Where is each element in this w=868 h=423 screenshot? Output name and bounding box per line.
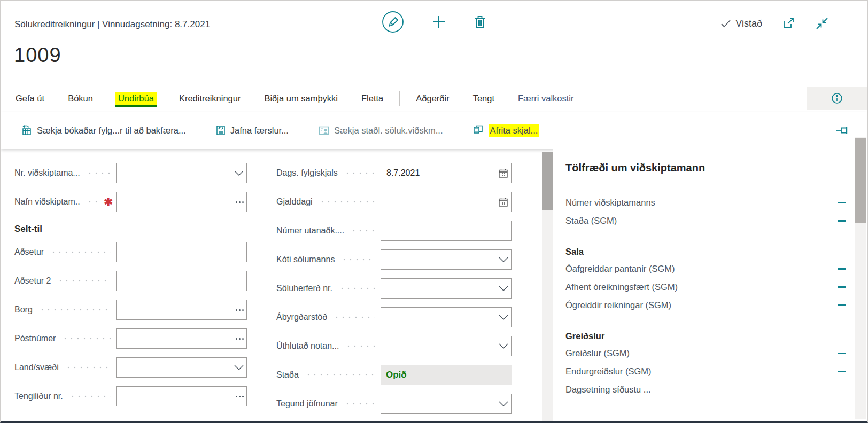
command-label: Jafna færslur... (230, 126, 289, 136)
factbox-item-status-sgm: Staða (SGM) (565, 212, 846, 230)
field-post-code: Póstnúmer (14, 328, 247, 349)
due-date-calendar-button[interactable] (498, 192, 508, 212)
tab-fletta[interactable]: Fletta (360, 92, 384, 105)
salesperson-code-input[interactable] (381, 249, 511, 270)
factbox-title: Tölfræði um viðskiptamann (565, 162, 846, 174)
field-label: Kóti sölumanns (276, 255, 335, 264)
address-input[interactable] (116, 242, 247, 262)
chevron-down-icon (499, 315, 508, 320)
field-label: Nafn viðskiptam.. (14, 197, 80, 207)
dotted-leader (57, 280, 111, 282)
dotted-leader (50, 251, 111, 253)
field-responsibility-center: Ábyrgðarstöð (276, 307, 511, 327)
pencil-icon (382, 11, 404, 33)
field-label: Tegund jöfnunar (276, 399, 338, 409)
field-country-region: Land/svæði (14, 357, 247, 378)
dotted-leader (345, 345, 375, 347)
applies-to-doc-type-input[interactable] (381, 394, 511, 414)
responsibility-center-input[interactable] (381, 307, 511, 327)
status-readonly-field: Opið (381, 365, 511, 385)
form-scrollbar-thumb[interactable] (542, 152, 553, 210)
campaign-no-dropdown-button[interactable] (499, 278, 508, 299)
field-due-date: Gjalddagi (276, 192, 511, 212)
dotted-leader (344, 403, 375, 405)
chevron-down-icon (499, 343, 508, 349)
empty-value-dash (838, 286, 846, 288)
post-code-input[interactable] (116, 328, 247, 349)
form-column-middle: Dags. fylgiskjals (276, 163, 511, 421)
factbox-item-last-payment-date: Dagsetning síðustu ... (565, 380, 846, 398)
field-label: Staða (276, 370, 299, 380)
field-label: Aðsetur (14, 247, 44, 257)
field-label: Dags. fylgiskjals (276, 168, 338, 178)
page-title: 1009 (14, 44, 61, 67)
top-bar: Sölukreditreikningur | Vinnudagsetning: … (1, 1, 867, 38)
applies-to-doc-type-dropdown-button[interactable] (499, 394, 508, 414)
field-label: Póstnúmer (14, 334, 56, 343)
info-icon (831, 92, 843, 104)
minimize-page-button[interactable] (816, 17, 828, 30)
dotted-leader (319, 201, 375, 203)
customer-no-dropdown-button[interactable] (234, 163, 244, 183)
command-get-std-customer-sales-codes[interactable]: Sækja staðl. söluk.viðskm... (319, 126, 443, 136)
page-scrollbar[interactable] (855, 137, 866, 419)
command-copy-document[interactable]: Afrita skjal... (473, 124, 540, 137)
tab-bidja-um-samthykki[interactable]: Biðja um samþykki (263, 92, 339, 105)
customer-name-assist-button[interactable] (236, 192, 244, 212)
responsibility-center-dropdown-button[interactable] (499, 307, 508, 327)
salesperson-code-dropdown-button[interactable] (499, 249, 508, 270)
command-label: Afrita skjal... (489, 124, 540, 137)
check-icon (720, 19, 731, 28)
tab-adgerdir[interactable]: Aðgerðir (415, 92, 450, 105)
tab-undirbua[interactable]: Undirbúa (115, 92, 157, 105)
document-date-input[interactable] (381, 163, 511, 183)
tab-gefa-ut[interactable]: Gefa út (14, 92, 45, 105)
tab-bokun[interactable]: Bókun (67, 92, 94, 105)
command-reverse-posted-entries[interactable]: Sækja bókaðar fylg...r til að bakfæra... (21, 125, 186, 136)
customer-no-input[interactable] (116, 163, 247, 183)
customer-name-input[interactable] (116, 192, 247, 212)
empty-value-dash (838, 268, 846, 270)
field-address: Aðsetur (14, 242, 247, 262)
pin-command-bar-button[interactable] (836, 125, 852, 136)
required-asterisk: ✱ (104, 197, 113, 207)
page-scrollbar-thumb[interactable] (855, 138, 866, 223)
dotted-leader (39, 309, 111, 311)
address-2-input[interactable] (116, 271, 247, 291)
city-assist-button[interactable] (236, 300, 244, 320)
edit-button[interactable] (382, 11, 404, 33)
open-in-new-window-button[interactable] (782, 18, 795, 29)
contact-no-input[interactable] (116, 386, 247, 406)
due-date-input[interactable] (381, 192, 511, 212)
contact-no-assist-button[interactable] (236, 386, 244, 406)
form-scrollbar[interactable] (542, 152, 553, 421)
command-apply-entries[interactable]: Jafna færslur... (216, 125, 289, 136)
ellipsis-icon (236, 201, 244, 203)
app-window: Sölukreditreikningur | Vinnudagsetning: … (0, 0, 868, 423)
field-document-date: Dags. fylgiskjals (276, 163, 511, 183)
assigned-user-dropdown-button[interactable] (499, 336, 508, 356)
command-label: Sækja staðl. söluk.viðskm... (334, 126, 443, 136)
info-button[interactable] (831, 92, 843, 104)
document-date-calendar-button[interactable] (498, 163, 508, 183)
tab-kreditreikningur[interactable]: Kreditreikningur (178, 92, 242, 105)
campaign-no-input[interactable] (381, 278, 511, 299)
country-region-input[interactable] (116, 357, 247, 378)
city-input[interactable] (116, 300, 247, 320)
fewer-options-link[interactable]: Færri valkostir (517, 92, 575, 105)
ellipsis-icon (236, 309, 244, 311)
post-code-assist-button[interactable] (236, 328, 244, 349)
external-document-no-input[interactable] (381, 221, 511, 241)
assigned-user-input[interactable] (381, 336, 511, 356)
field-label: Gjalddagi (276, 197, 313, 207)
field-label: Ábyrgðarstöð (276, 312, 327, 322)
new-button[interactable] (432, 15, 446, 29)
page-content: Nr. viðskiptama... Nafn viðskiptam.. (1, 149, 867, 421)
delete-button[interactable] (474, 15, 486, 29)
chevron-down-icon (499, 286, 508, 291)
field-label: Aðsetur 2 (14, 276, 51, 286)
tab-tengt[interactable]: Tengt (472, 92, 495, 105)
field-customer-no: Nr. viðskiptama... (14, 163, 247, 183)
country-region-dropdown-button[interactable] (234, 357, 244, 378)
save-status: Vistað (720, 18, 762, 29)
